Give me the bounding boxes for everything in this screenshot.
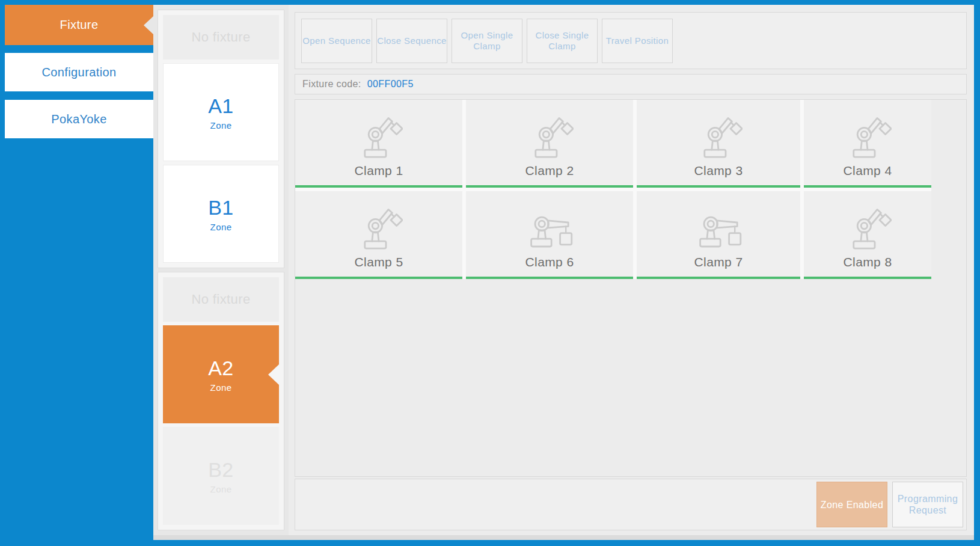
clamp-label: Clamp 8 xyxy=(844,255,892,269)
zone-sublabel: Zone xyxy=(210,382,232,393)
clamp-grid: Clamp 1 Clamp 2 Clamp 3 xyxy=(295,100,931,279)
clamp-closed-icon xyxy=(694,112,743,160)
fixture-status-2: No fixture xyxy=(163,277,279,322)
clamp-label: Clamp 2 xyxy=(525,164,574,178)
clamp-label: Clamp 5 xyxy=(355,255,403,269)
zone-code: A1 xyxy=(208,94,233,118)
zone-code: B1 xyxy=(208,196,233,219)
sidebar-item-label: Fixture xyxy=(60,18,99,32)
fixture-group-2: No fixture A2 Zone B2 Zone xyxy=(158,272,284,530)
clamp-card-1[interactable]: Clamp 1 xyxy=(295,100,462,188)
programming-request-button[interactable]: Programming Request xyxy=(892,482,963,527)
fixture-code-bar: Fixture code: 00FF00F5 xyxy=(295,74,967,94)
sidebar-item-label: Configuration xyxy=(41,66,116,79)
clamp-label: Clamp 7 xyxy=(694,255,743,269)
clamp-open-icon xyxy=(525,203,574,251)
clamp-closed-icon xyxy=(355,112,403,160)
zone-card-b2: B2 Zone xyxy=(163,427,279,525)
clamp-closed-icon xyxy=(844,203,892,251)
main-panel: Open Sequence Close Sequence Open Single… xyxy=(289,5,974,535)
open-sequence-button[interactable]: Open Sequence xyxy=(301,19,372,63)
clamp-label: Clamp 3 xyxy=(694,164,743,178)
no-fixture-label: No fixture xyxy=(191,292,250,307)
close-single-clamp-button[interactable]: Close Single Clamp xyxy=(527,19,598,63)
app-window: Fixture Configuration PokaYoke No fixtur… xyxy=(0,0,980,546)
clamp-label: Clamp 4 xyxy=(844,164,892,178)
sidebar-item-configuration[interactable]: Configuration xyxy=(5,53,153,91)
zone-code: B2 xyxy=(208,458,233,482)
zone-sublabel: Zone xyxy=(210,222,232,232)
clamp-card-2[interactable]: Clamp 2 xyxy=(466,100,633,188)
app-body: Fixture Configuration PokaYoke No fixtur… xyxy=(5,5,974,540)
clamp-label: Clamp 1 xyxy=(355,164,403,178)
clamp-closed-icon xyxy=(844,112,892,160)
zone-enabled-button[interactable]: Zone Enabled xyxy=(816,482,887,527)
zone-code: A2 xyxy=(208,357,233,380)
sidebar-item-label: PokaYoke xyxy=(51,112,107,126)
zone-sublabel: Zone xyxy=(210,120,232,130)
selected-notch-icon xyxy=(144,16,153,34)
sidebar: Fixture Configuration PokaYoke xyxy=(5,5,153,540)
sidebar-item-pokayoke[interactable]: PokaYoke xyxy=(5,100,153,138)
zone-card-a2[interactable]: A2 Zone xyxy=(163,325,279,423)
clamp-open-icon xyxy=(694,203,743,251)
clamp-card-3[interactable]: Clamp 3 xyxy=(637,100,800,188)
sidebar-item-fixture[interactable]: Fixture xyxy=(5,5,153,45)
zone-status-bar: Zone Enabled Programming Request xyxy=(295,479,967,530)
close-sequence-button[interactable]: Close Sequence xyxy=(376,19,447,63)
fixture-code-label: Fixture code: xyxy=(302,79,361,90)
clamp-card-7[interactable]: Clamp 7 xyxy=(637,191,800,279)
zone-card-a1[interactable]: A1 Zone xyxy=(163,63,279,161)
fixture-group-1: No fixture A1 Zone B1 Zone xyxy=(158,10,284,268)
clamp-grid-container: Clamp 1 Clamp 2 Clamp 3 xyxy=(295,99,967,477)
zone-selector-column: No fixture A1 Zone B1 Zone No fixture xyxy=(153,5,289,535)
clamp-closed-icon xyxy=(525,112,574,160)
clamp-closed-icon xyxy=(355,203,403,251)
zone-card-b1[interactable]: B1 Zone xyxy=(163,165,279,263)
open-single-clamp-button[interactable]: Open Single Clamp xyxy=(452,19,522,63)
clamp-command-toolbar: Open Sequence Close Sequence Open Single… xyxy=(295,12,967,69)
travel-position-button[interactable]: Travel Position xyxy=(602,19,673,63)
selected-notch-icon xyxy=(268,364,279,385)
no-fixture-label: No fixture xyxy=(191,29,250,45)
fixture-code-value: 00FF00F5 xyxy=(367,79,414,90)
clamp-card-6[interactable]: Clamp 6 xyxy=(466,191,633,279)
clamp-label: Clamp 6 xyxy=(525,255,574,269)
fixture-status-1: No fixture xyxy=(163,15,279,60)
clamp-card-5[interactable]: Clamp 5 xyxy=(295,191,462,279)
clamp-card-4[interactable]: Clamp 4 xyxy=(804,100,931,188)
zone-sublabel: Zone xyxy=(210,484,232,494)
clamp-card-8[interactable]: Clamp 8 xyxy=(804,191,931,279)
